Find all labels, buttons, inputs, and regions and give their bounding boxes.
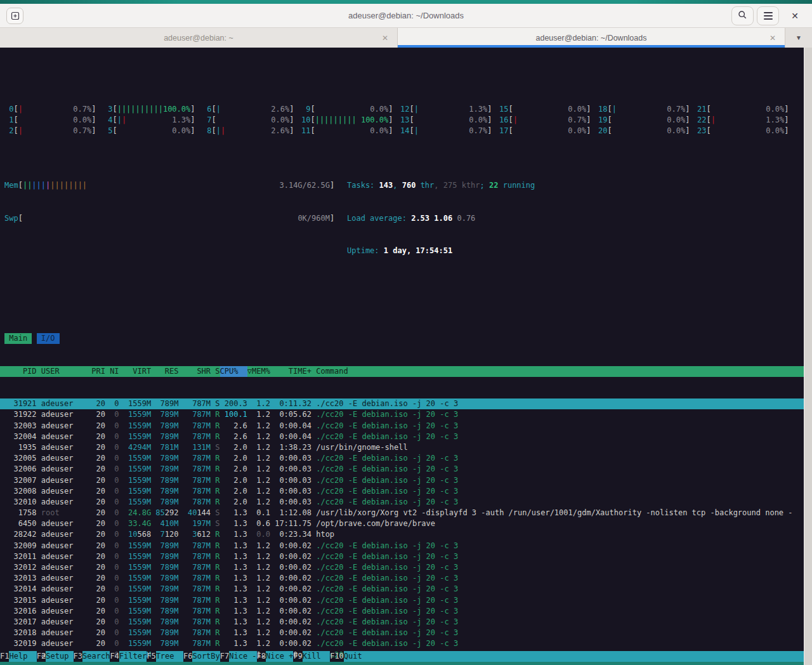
process-row[interactable]: 6450adeuser20033.4G410M197MS1.30.617:11.…	[0, 518, 804, 529]
search-icon	[738, 10, 747, 22]
htop-tab-io[interactable]: I/O	[37, 333, 60, 344]
cpu-meter: 5[0.0%]	[103, 126, 202, 136]
tab-label: adeuser@debian: ~	[164, 34, 233, 43]
process-row[interactable]: 32019adeuser2001559M789M787MR1.31.20:00.…	[0, 638, 804, 649]
fkey-filter[interactable]: F4Filter	[110, 651, 147, 662]
memory-meters: Mem[||||||||||||||3.14G/62.5G] Swp[0K/96…	[4, 159, 339, 279]
hamburger-icon	[764, 12, 773, 20]
column-header-ni[interactable]: NI	[105, 366, 119, 377]
cpu-meter: 18[|0.7%]	[598, 104, 697, 115]
meter-ticks: |	[612, 104, 617, 115]
cpu-meter: 0[|0.7%]	[4, 104, 103, 115]
column-header-res[interactable]: RES	[151, 366, 178, 377]
process-row[interactable]: 32016adeuser2001559M789M787MR1.31.20:00.…	[0, 606, 804, 617]
process-row[interactable]: 32018adeuser2001559M789M787MR1.31.20:00.…	[0, 628, 804, 638]
process-row[interactable]: 32005adeuser2001559M789M787MR2.01.20:00.…	[0, 453, 804, 464]
fkey-nice[interactable]: F7Nice -	[220, 651, 257, 662]
process-row[interactable]: 32003adeuser2001559M789M787MR2.61.20:00.…	[0, 421, 804, 431]
titlebar[interactable]: adeuser@debian: ~/Downloads ✕	[0, 4, 812, 28]
column-header-user[interactable]: USER	[37, 366, 87, 377]
process-row[interactable]: 32008adeuser2001559M789M787MR2.01.20:00.…	[0, 486, 804, 497]
process-row[interactable]: 32009adeuser2001559M789M787MR1.31.20:00.…	[0, 541, 804, 551]
process-row[interactable]: 32007adeuser2001559M789M787MR2.01.20:00.…	[0, 475, 804, 486]
cpu-meter: 9[0.0%]	[301, 104, 400, 115]
process-row[interactable]: 32012adeuser2001559M789M787MR1.31.20:00.…	[0, 562, 804, 573]
process-row[interactable]: 32010adeuser2001559M789M787MR2.01.20:00.…	[0, 497, 804, 508]
load-average-line: Load average: 2.53 1.06 0.76	[347, 213, 535, 224]
fkey-search[interactable]: F3Search	[74, 651, 110, 662]
fkey-nice[interactable]: F8Nice +	[257, 651, 294, 662]
process-row[interactable]: 32013adeuser2001559M789M787MR1.31.20:00.…	[0, 573, 804, 584]
process-row[interactable]: 31921adeuser2001559M789M787MS200.31.20:1…	[0, 398, 804, 409]
htop-tab-main[interactable]: Main	[4, 333, 32, 344]
fkey-quit[interactable]: F10Quit	[330, 651, 371, 662]
column-header-time[interactable]: TIME+	[270, 366, 311, 377]
meter-ticks: |	[711, 115, 716, 126]
meter-ticks: ||||||||||||||	[23, 180, 87, 191]
tab-home[interactable]: adeuser@debian: ~ ✕	[0, 28, 398, 48]
fkey-sortby[interactable]: F6SortBy	[183, 651, 220, 662]
fkey-tree[interactable]: F5Tree	[147, 651, 183, 662]
column-header-cpu[interactable]: CPU%	[220, 366, 247, 377]
process-row[interactable]: 32014adeuser2001559M789M787MR1.31.20:00.…	[0, 584, 804, 595]
process-row[interactable]: 32006adeuser2001559M789M787MR2.01.20:00.…	[0, 464, 804, 475]
column-header-s[interactable]: S	[211, 366, 219, 377]
cpu-meter: 7[0.0%]	[202, 115, 301, 126]
process-row[interactable]: 32004adeuser2001559M789M787MR2.61.20:00.…	[0, 431, 804, 442]
tab-downloads[interactable]: adeuser@debian: ~/Downloads ✕	[398, 28, 785, 48]
uptime-line: Uptime: 1 day, 17:54:51	[347, 246, 535, 256]
column-header-shr[interactable]: SHR	[179, 366, 211, 377]
process-row[interactable]: 31922adeuser2001559M789M787MR100.11.20:0…	[0, 409, 804, 420]
htop-screen: 0[|0.7%]1[0.0%]2[|0.7%]3[||||||||||100.0…	[0, 48, 804, 662]
cpu-meter: 23[0.0%]	[697, 126, 796, 136]
tab-close-icon[interactable]: ✕	[769, 34, 776, 43]
fkey-setup[interactable]: F2Setup	[37, 651, 74, 662]
close-icon: ✕	[791, 11, 799, 21]
fbar-filler	[371, 651, 804, 662]
column-header-pid[interactable]: PID	[4, 366, 37, 377]
column-header-virt[interactable]: VIRT	[119, 366, 152, 377]
process-row[interactable]: 1935adeuser2004294M781M131MS2.01.21:38.2…	[0, 442, 804, 453]
cpu-meter: 3[||||||||||100.0%]	[103, 104, 202, 115]
process-table: 31921adeuser2001559M789M787MS200.31.20:1…	[0, 398, 804, 662]
process-row[interactable]: 32015adeuser2001559M789M787MR1.31.20:00.…	[0, 595, 804, 606]
process-row[interactable]: 1758root20024.8G8529240144S1.30.11:12.08…	[0, 508, 804, 518]
menu-button[interactable]	[757, 6, 779, 25]
cpu-meter: 10[|||||||||100.0%]	[301, 115, 400, 126]
fkey-help[interactable]: F1Help	[0, 651, 37, 662]
tab-close-icon[interactable]: ✕	[382, 34, 388, 43]
cpu-meter: 13[0.0%]	[400, 115, 499, 126]
meter-ticks: |	[414, 104, 419, 115]
process-row[interactable]: 28242adeuser2001056871203612R1.30.00:23.…	[0, 529, 804, 540]
terminal-scrollbar[interactable]	[804, 48, 812, 665]
column-header-command[interactable]: Command	[311, 366, 804, 377]
new-tab-icon	[10, 11, 20, 21]
cpu-meter: 16[|0.7%]	[499, 115, 598, 126]
tab-list-dropdown-button[interactable]: ▼	[785, 28, 812, 48]
process-row[interactable]: 32011adeuser2001559M789M787MR1.31.20:00.…	[0, 551, 804, 562]
chevron-down-icon: ▼	[796, 34, 802, 41]
system-summary: Tasks: 143, 760 thr, 275 kthr; 22 runnin…	[347, 159, 535, 279]
cpu-meter: 15[0.0%]	[499, 104, 598, 115]
close-window-button[interactable]: ✕	[785, 6, 804, 25]
htop-screen-tabs: MainI/O	[0, 333, 804, 344]
tab-label: adeuser@debian: ~/Downloads	[536, 34, 647, 43]
new-tab-button[interactable]	[6, 8, 23, 24]
fkey-kill[interactable]: F9Kill	[293, 651, 330, 662]
cpu-meter: 17[0.0%]	[499, 126, 598, 136]
window-bottom-accent	[0, 662, 804, 665]
meter-ticks: |	[414, 126, 419, 136]
meter-ticks: |	[513, 115, 518, 126]
column-header-pri[interactable]: PRI	[87, 366, 105, 377]
cpu-meter: 22[|1.3%]	[697, 115, 796, 126]
meter-ticks: ||	[117, 115, 126, 126]
search-button[interactable]	[731, 6, 754, 25]
cpu-meter: 8[||2.6%]	[202, 126, 301, 136]
cpu-meter: 20[0.0%]	[598, 126, 697, 136]
cpu-meter: 11[0.0%]	[301, 126, 400, 136]
cpu-meters: 0[|0.7%]1[0.0%]2[|0.7%]3[||||||||||100.0…	[0, 104, 804, 137]
meter-ticks: |	[18, 104, 23, 115]
column-header-mem[interactable]: ▽MEM%	[247, 366, 270, 377]
process-row[interactable]: 32017adeuser2001559M789M787MR1.31.20:00.…	[0, 617, 804, 628]
cpu-meter: 14[|0.7%]	[400, 126, 499, 136]
